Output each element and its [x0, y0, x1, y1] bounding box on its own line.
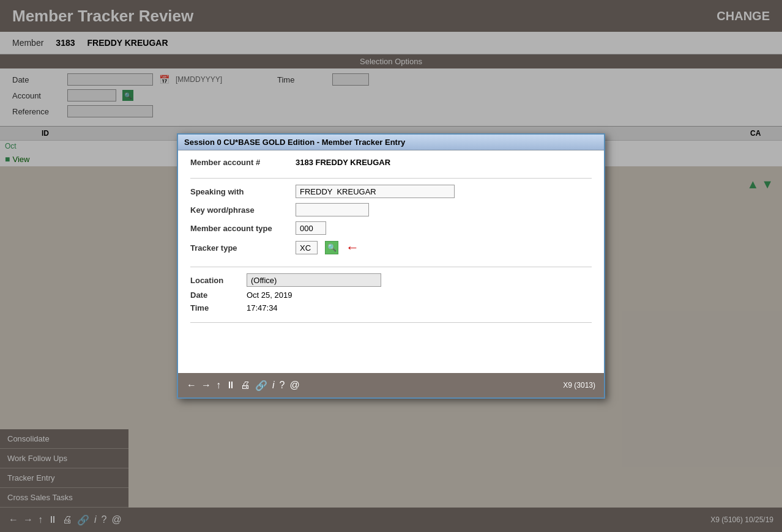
modal-date-row: Date Oct 25, 2019	[190, 290, 592, 300]
modal-speaking-input[interactable]	[296, 185, 455, 198]
search-icon: 🔍	[327, 243, 337, 252]
modal-toolbar-forward[interactable]: →	[201, 380, 211, 391]
modal-speaking-label: Speaking with	[190, 187, 288, 196]
modal-toolbar-at[interactable]: @	[289, 380, 299, 391]
modal-toolbar-up[interactable]: ↑	[216, 380, 221, 391]
modal-time-label: Time	[190, 303, 239, 312]
modal-empty-area	[190, 329, 592, 366]
modal-tracker-row: Tracker type 🔍 ←	[190, 240, 592, 256]
red-arrow-icon: ←	[346, 240, 359, 256]
modal-keyword-label: Key word/phrase	[190, 205, 288, 215]
modal-acct-type-label: Member account type	[190, 224, 288, 233]
modal-account-label: Member account #	[190, 158, 288, 167]
modal-fields-section: Speaking with Key word/phrase Member acc…	[190, 185, 592, 267]
modal-account-value: 3183 FREDDY KREUGAR	[296, 158, 390, 167]
modal-title: Session 0 CU*BASE GOLD Edition - Member …	[184, 138, 405, 147]
modal-location-row: Location	[190, 273, 592, 287]
modal-tracker-label: Tracker type	[190, 243, 288, 253]
modal-time-value: 17:47:34	[247, 303, 278, 312]
modal-toolbar-info[interactable]: i	[272, 380, 275, 391]
modal-toolbar-status: X9 (3013)	[563, 381, 595, 390]
modal-dialog: Session 0 CU*BASE GOLD Edition - Member …	[177, 133, 605, 399]
modal-keyword-row: Key word/phrase	[190, 203, 592, 216]
modal-body: Member account # 3183 FREDDY KREUGAR Spe…	[178, 150, 604, 373]
modal-tracker-search-btn[interactable]: 🔍	[325, 241, 338, 254]
modal-toolbar-link[interactable]: 🔗	[255, 380, 267, 391]
modal-toolbar-help[interactable]: ?	[280, 380, 285, 391]
modal-toolbar-pause[interactable]: ⏸	[226, 380, 236, 391]
modal-date-value: Oct 25, 2019	[247, 290, 292, 300]
modal-acct-type-input[interactable]	[296, 221, 326, 235]
modal-toolbar: ← → ↑ ⏸ 🖨 🔗 i ? @ X9 (3013)	[178, 373, 604, 397]
main-page: Member Tracker Review CHANGE Member 3183…	[0, 0, 782, 532]
modal-acct-type-row: Member account type	[190, 221, 592, 235]
modal-account-row: Member account # 3183 FREDDY KREUGAR	[190, 158, 592, 167]
modal-info-section: Location Date Oct 25, 2019 Time 17:47:34	[190, 273, 592, 323]
modal-keyword-input[interactable]	[296, 203, 369, 216]
modal-tracker-input[interactable]	[296, 241, 318, 254]
modal-time-row: Time 17:47:34	[190, 303, 592, 312]
modal-toolbar-print[interactable]: 🖨	[240, 380, 250, 391]
modal-overlay: Session 0 CU*BASE GOLD Edition - Member …	[0, 0, 782, 532]
modal-location-label: Location	[190, 276, 239, 285]
modal-account-section: Member account # 3183 FREDDY KREUGAR	[190, 158, 592, 179]
modal-speaking-row: Speaking with	[190, 185, 592, 198]
modal-toolbar-back[interactable]: ←	[187, 380, 196, 391]
modal-date-label: Date	[190, 290, 239, 300]
modal-location-input[interactable]	[247, 273, 381, 287]
modal-titlebar: Session 0 CU*BASE GOLD Edition - Member …	[178, 135, 604, 150]
